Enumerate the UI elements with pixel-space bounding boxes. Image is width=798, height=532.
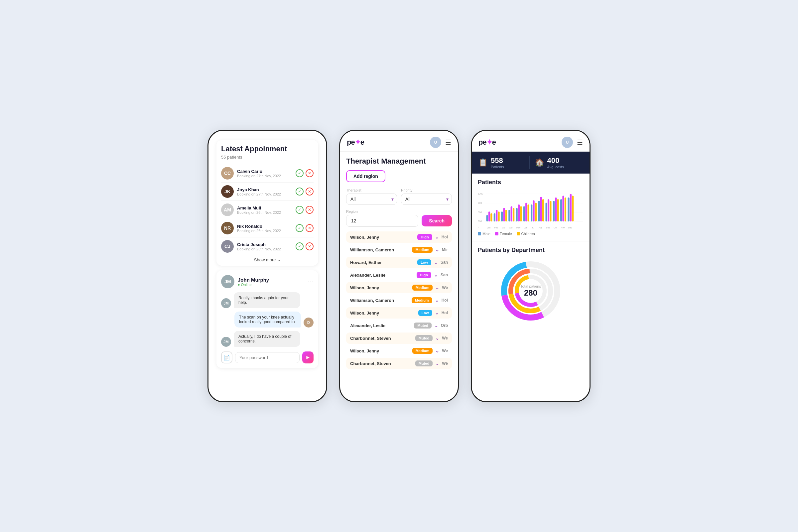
phone2-header: pe✦e U ☰: [340, 131, 458, 152]
therapist-location: Hol: [441, 310, 448, 315]
priority-badge: Low: [418, 310, 432, 316]
chat-input[interactable]: [235, 352, 300, 363]
expand-arrow[interactable]: ⌄: [435, 234, 439, 240]
priority-filter-select[interactable]: All: [401, 193, 452, 205]
expand-arrow[interactable]: ⌄: [435, 247, 439, 252]
svg-rect-33: [546, 203, 547, 222]
reject-button[interactable]: ✕: [306, 169, 314, 177]
expand-arrow[interactable]: ⌄: [434, 272, 438, 278]
expand-arrow[interactable]: ⌄: [435, 348, 439, 354]
therapist-row[interactable]: Charbonnet, Steven Muted ⌄ We: [346, 358, 452, 369]
legend-male-dot: [478, 232, 481, 235]
legend-female-label: Female: [500, 232, 512, 236]
send-button[interactable]: ►: [302, 352, 314, 363]
p3-hamburger-menu[interactable]: ☰: [577, 138, 583, 146]
header-avatar: U: [430, 137, 441, 148]
chat-card: JM John Murphy ● Online ⋯ JM Really, tha…: [216, 270, 318, 368]
show-more-button[interactable]: Show more ⌄: [221, 255, 314, 262]
phone3-header: pe✦e U ☰: [472, 131, 590, 152]
priority-badge: Muted: [414, 323, 431, 328]
therapist-filter-select[interactable]: All: [346, 193, 397, 205]
reject-button[interactable]: ✕: [306, 224, 314, 232]
therapist-row[interactable]: Charbonnet, Steven Muted ⌄ We: [346, 332, 452, 344]
priority-badge: Medium: [412, 285, 433, 291]
priority-badge: Muted: [415, 360, 433, 366]
expand-arrow[interactable]: ⌄: [435, 361, 439, 366]
therapist-row[interactable]: Howard, Esther Low ⌄ San: [346, 257, 452, 268]
total-patients-num: 280: [520, 288, 541, 298]
expand-arrow[interactable]: ⌄: [435, 298, 439, 303]
svg-text:Aug: Aug: [539, 226, 543, 229]
reject-button[interactable]: ✕: [306, 242, 314, 250]
expand-arrow[interactable]: ⌄: [435, 336, 439, 341]
therapist-location: San: [440, 273, 448, 277]
expand-arrow[interactable]: ⌄: [435, 285, 439, 290]
costs-label: Avg. costs: [547, 165, 564, 169]
svg-rect-15: [501, 211, 503, 222]
phone3-content: 📋 558 Patients 🏠 400 Avg. costs Patients: [472, 152, 590, 401]
svg-text:Oct: Oct: [554, 226, 557, 229]
therapist-row[interactable]: Alexander, Leslie Muted ⌄ Orb: [346, 320, 452, 331]
donut-container: Total patiens 280: [478, 258, 584, 324]
svg-rect-38: [557, 199, 559, 222]
reject-button[interactable]: ✕: [306, 206, 314, 214]
expand-arrow[interactable]: ⌄: [434, 323, 438, 328]
appt-date: Booking on 26th Nov, 2022: [237, 210, 296, 214]
expand-arrow[interactable]: ⌄: [434, 260, 438, 265]
chat-input-row: 📄 ►: [221, 352, 314, 363]
phone-3: pe✦e U ☰ 📋 558 Patients 🏠 400: [471, 130, 590, 402]
approve-button[interactable]: ✓: [296, 206, 304, 214]
therapist-row[interactable]: Alexander, Leslie High ⌄ San: [346, 269, 452, 281]
chat-header: JM John Murphy ● Online ⋯: [221, 275, 314, 288]
message-row: JM Really, thanks again for your help.: [221, 292, 314, 308]
therapist-row[interactable]: Wilson, Jenny Medium ⌄ We: [346, 345, 452, 357]
appt-date: Booking on 27th Nov, 2022: [237, 174, 296, 178]
chat-user-name: John Murphy: [238, 277, 269, 283]
svg-text:900: 900: [478, 202, 482, 205]
appt-info: Crista Joseph Booking on 26th Nov, 2022: [237, 242, 296, 251]
therapist-row[interactable]: Wilson, Jenny Medium ⌄ We: [346, 282, 452, 293]
dept-title: Patients by Department: [478, 247, 584, 254]
appt-info: Joya Khan Booking on 27th Nov, 2022: [237, 187, 296, 196]
appt-actions: ✓ ✕: [296, 242, 314, 250]
region-input[interactable]: [346, 215, 418, 227]
approve-button[interactable]: ✓: [296, 224, 304, 232]
attach-button[interactable]: 📄: [221, 352, 232, 363]
appt-avatar: NR: [221, 222, 234, 234]
svg-rect-34: [548, 199, 549, 222]
therapist-row[interactable]: Wilson, Jenny Low ⌄ Hol: [346, 307, 452, 319]
region-label: Region: [346, 209, 452, 213]
therapist-row[interactable]: Wilson, Jenny High ⌄ Hol: [346, 231, 452, 243]
priority-badge: High: [417, 272, 431, 278]
appointments-list: CC Calvin Carlo Booking on 27th Nov, 202…: [221, 164, 314, 255]
reject-button[interactable]: ✕: [306, 188, 314, 195]
therapist-management-title: Therapist Management: [346, 157, 452, 166]
appt-date: Booking on 26th Nov, 2022: [237, 229, 296, 233]
approve-button[interactable]: ✓: [296, 169, 304, 177]
expand-arrow[interactable]: ⌄: [435, 310, 439, 316]
message-row: JM Actually, I do have a couple of conce…: [221, 331, 314, 347]
svg-rect-16: [503, 208, 505, 222]
priority-badge: High: [417, 234, 432, 240]
svg-rect-23: [520, 206, 522, 222]
therapist-name: Wilson, Jenny: [350, 310, 418, 316]
hamburger-menu[interactable]: ☰: [445, 138, 451, 146]
svg-rect-21: [516, 208, 517, 222]
svg-text:300: 300: [478, 220, 482, 223]
phone-1: Latest Appoinment 55 patients CC Calvin …: [208, 130, 327, 402]
appointments-title: Latest Appoinment: [221, 145, 314, 153]
svg-rect-9: [486, 215, 488, 222]
svg-rect-42: [568, 197, 569, 222]
therapist-row[interactable]: Williamson, Cameron Medium ⌄ Mir: [346, 244, 452, 255]
therapist-list: Wilson, Jenny High ⌄ Hol Williamson, Cam…: [346, 231, 452, 369]
approve-button[interactable]: ✓: [296, 242, 304, 250]
add-region-button[interactable]: Add region: [346, 170, 385, 182]
pete-logo-3: pe✦e: [478, 138, 496, 147]
appt-info: Calvin Carlo Booking on 27th Nov, 2022: [237, 169, 296, 178]
chat-menu-button[interactable]: ⋯: [307, 278, 314, 285]
patients-icon: 📋: [478, 158, 488, 167]
legend-female: Female: [495, 232, 512, 236]
approve-button[interactable]: ✓: [296, 188, 304, 195]
search-button[interactable]: Search: [422, 215, 452, 226]
therapist-row[interactable]: Williamson, Cameron Medium ⌄ Hol: [346, 294, 452, 306]
